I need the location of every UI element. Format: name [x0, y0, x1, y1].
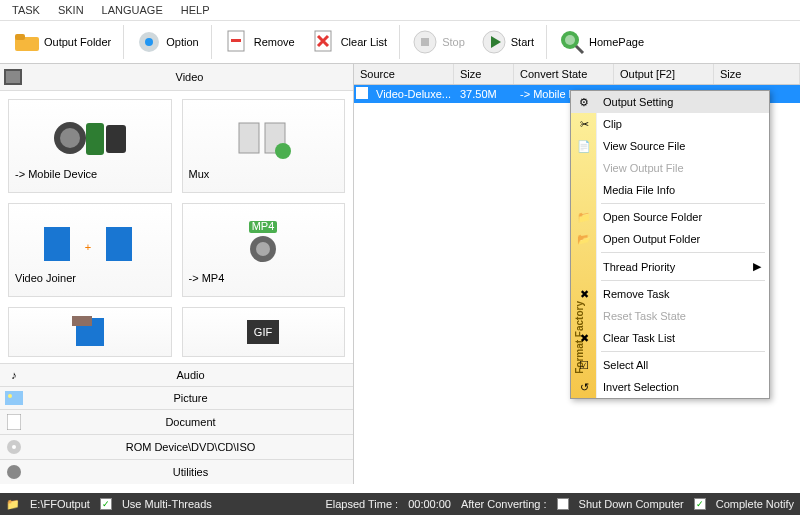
- menu-thread-priority[interactable]: Thread Priority▶: [571, 255, 769, 278]
- file-icon: 📄: [576, 138, 592, 154]
- menu-open-output-folder[interactable]: 📂Open Output Folder: [571, 228, 769, 250]
- card-mp4[interactable]: MP4 -> MP4: [182, 203, 346, 297]
- menu-clear-task-list[interactable]: ✖Clear Task List: [571, 327, 769, 349]
- col-source[interactable]: Source: [354, 64, 454, 84]
- conversion-grid: -> Mobile Device Mux + Video Joiner MP4 …: [0, 91, 353, 363]
- svg-point-38: [7, 465, 21, 479]
- card-gif[interactable]: GIF: [182, 307, 346, 357]
- chevron-right-icon: ▶: [753, 260, 761, 273]
- elapsed-value: 00:00:00: [408, 498, 451, 510]
- gear-icon: ⚙: [576, 94, 592, 110]
- clear-list-label: Clear List: [341, 36, 387, 48]
- card-mobile-device[interactable]: -> Mobile Device: [8, 99, 172, 193]
- mux-icon: [233, 110, 293, 166]
- notify-checkbox[interactable]: ✓: [694, 498, 706, 510]
- after-converting-label: After Converting :: [461, 498, 547, 510]
- card-mkv[interactable]: [8, 307, 172, 357]
- homepage-label: HomePage: [589, 36, 644, 48]
- menu-label: Thread Priority: [603, 261, 675, 273]
- menu-language[interactable]: LANGUAGE: [102, 4, 163, 16]
- col-size2[interactable]: Size: [714, 64, 800, 84]
- mkv-icon: [70, 308, 110, 356]
- category-utilities[interactable]: Utilities: [0, 459, 353, 484]
- row-icon: [354, 85, 370, 103]
- gif-icon: GIF: [243, 308, 283, 356]
- menu-label: Open Output Folder: [603, 233, 700, 245]
- category-video-header[interactable]: Video: [0, 64, 353, 91]
- status-bar: 📁 E:\FFOutput ✓ Use Multi-Threads Elapse…: [0, 493, 800, 515]
- gear-icon: [136, 29, 162, 55]
- svg-point-3: [145, 38, 153, 46]
- menu-remove-task[interactable]: ✖Remove Task: [571, 283, 769, 305]
- svg-rect-1: [15, 34, 25, 40]
- svg-rect-30: [72, 316, 92, 326]
- document-icon: [0, 410, 28, 434]
- menu-skin[interactable]: SKIN: [58, 4, 84, 16]
- menu-task[interactable]: TASK: [12, 4, 40, 16]
- menu-label: Select All: [603, 359, 648, 371]
- category-document[interactable]: Document: [0, 409, 353, 434]
- clear-list-button[interactable]: Clear List: [303, 25, 395, 59]
- menubar: TASK SKIN LANGUAGE HELP: [0, 0, 800, 21]
- remove-icon: [224, 29, 250, 55]
- elapsed-label: Elapsed Time :: [325, 498, 398, 510]
- col-size[interactable]: Size: [454, 64, 514, 84]
- category-label: Audio: [28, 364, 353, 386]
- menu-clip[interactable]: ✂Clip: [571, 113, 769, 135]
- card-mux[interactable]: Mux: [182, 99, 346, 193]
- homepage-button[interactable]: HomePage: [551, 25, 652, 59]
- clear-icon: [311, 29, 337, 55]
- joiner-icon: +: [40, 214, 140, 270]
- svg-rect-39: [356, 87, 368, 99]
- output-folder-button[interactable]: Output Folder: [6, 25, 119, 59]
- folder-icon: 📁: [6, 498, 20, 511]
- video-icon: [0, 69, 26, 85]
- card-label: -> Mobile Device: [9, 166, 103, 182]
- svg-rect-19: [239, 123, 259, 153]
- shutdown-label: Shut Down Computer: [579, 498, 684, 510]
- invert-icon: ↺: [576, 379, 592, 395]
- option-button[interactable]: Option: [128, 25, 206, 59]
- shutdown-checkbox[interactable]: ✓: [557, 498, 569, 510]
- disc-icon: [0, 435, 28, 459]
- menu-media-file-info[interactable]: Media File Info: [571, 179, 769, 201]
- svg-text:MP4: MP4: [252, 220, 275, 232]
- card-video-joiner[interactable]: + Video Joiner: [8, 203, 172, 297]
- output-path[interactable]: E:\FFOutput: [30, 498, 90, 510]
- left-pane: Video -> Mobile Device Mux + Video Joine…: [0, 64, 354, 484]
- col-state[interactable]: Convert State: [514, 64, 614, 84]
- menu-invert-selection[interactable]: ↺Invert Selection: [571, 376, 769, 398]
- category-audio[interactable]: ♪Audio: [0, 363, 353, 386]
- col-output[interactable]: Output [F2]: [614, 64, 714, 84]
- menu-label: View Source File: [603, 140, 685, 152]
- menu-label: Invert Selection: [603, 381, 679, 393]
- svg-point-16: [60, 128, 80, 148]
- remove-icon: ✖: [576, 286, 592, 302]
- clear-icon: ✖: [576, 330, 592, 346]
- devices-icon: [50, 110, 130, 166]
- menu-separator: [601, 280, 765, 281]
- folder-open-icon: 📂: [576, 231, 592, 247]
- svg-rect-18: [106, 125, 126, 153]
- menu-output-setting[interactable]: ⚙Output Setting: [571, 91, 769, 113]
- menu-open-source-folder[interactable]: 📁Open Source Folder: [571, 206, 769, 228]
- menu-help[interactable]: HELP: [181, 4, 210, 16]
- start-label: Start: [511, 36, 534, 48]
- cell-source: Video-Deluxe...: [370, 85, 454, 103]
- category-rom[interactable]: ROM Device\DVD\CD\ISO: [0, 434, 353, 459]
- menu-label: Clear Task List: [603, 332, 675, 344]
- menu-select-all[interactable]: ☑Select All: [571, 354, 769, 376]
- stop-button[interactable]: Stop: [404, 25, 473, 59]
- menu-label: Output Setting: [603, 96, 673, 108]
- category-picture[interactable]: Picture: [0, 386, 353, 409]
- remove-button[interactable]: Remove: [216, 25, 303, 59]
- stop-icon: [412, 29, 438, 55]
- svg-rect-22: [44, 227, 70, 261]
- svg-line-12: [576, 46, 583, 53]
- multithread-checkbox[interactable]: ✓: [100, 498, 112, 510]
- start-button[interactable]: Start: [473, 25, 542, 59]
- folder-icon: 📁: [576, 209, 592, 225]
- stop-label: Stop: [442, 36, 465, 48]
- menu-view-source-file[interactable]: 📄View Source File: [571, 135, 769, 157]
- svg-point-21: [275, 143, 291, 159]
